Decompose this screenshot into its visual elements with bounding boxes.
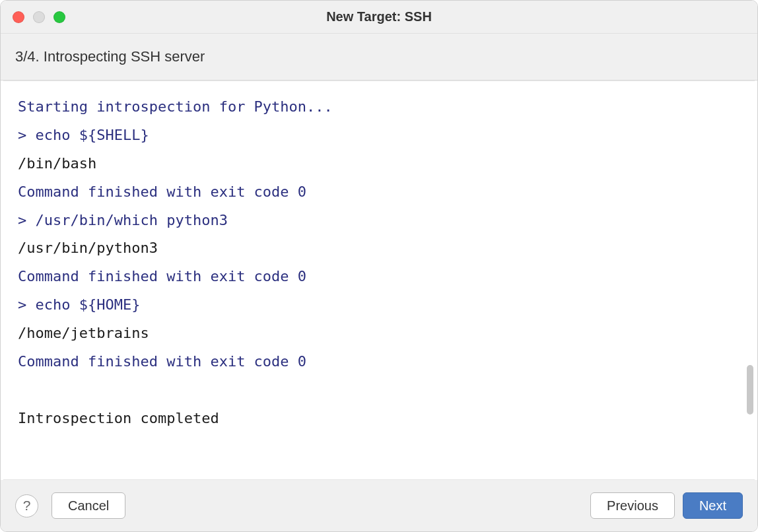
console-line: > /usr/bin/which python3 [18,207,740,235]
console-line: > echo ${HOME} [18,291,740,319]
previous-button[interactable]: Previous [590,492,675,519]
console-line: Command finished with exit code 0 [18,263,740,291]
console-line: /bin/bash [18,150,740,178]
console-line: /usr/bin/python3 [18,234,740,263]
console-line: > echo ${SHELL} [18,121,740,150]
console-line: /home/jetbrains [18,319,740,348]
step-header: 3/4. Introspecting SSH server [1,34,757,81]
console-line: Introspection completed [18,405,740,433]
dialog-window: New Target: SSH 3/4. Introspecting SSH s… [0,0,758,532]
cancel-button[interactable]: Cancel [52,492,125,519]
console-line: Starting introspection for Python... [18,93,740,121]
help-icon: ? [23,498,31,514]
close-icon[interactable] [13,11,24,23]
scrollbar-thumb[interactable] [747,365,753,415]
console-output[interactable]: Starting introspection for Python...> ec… [3,81,755,480]
console-line: Command finished with exit code 0 [18,178,740,207]
maximize-icon[interactable] [53,11,65,23]
minimize-icon [33,11,45,23]
next-button[interactable]: Next [683,492,743,519]
next-button-label: Next [699,498,726,514]
previous-button-label: Previous [607,498,658,514]
step-label: 3/4. Introspecting SSH server [15,48,743,65]
console-line [18,376,740,405]
help-button[interactable]: ? [15,494,38,517]
console-line: Command finished with exit code 0 [18,348,740,376]
window-title: New Target: SSH [326,9,432,24]
cancel-button-label: Cancel [68,498,109,514]
traffic-lights [1,11,65,23]
dialog-footer: ? Cancel Previous Next [1,480,757,531]
titlebar: New Target: SSH [1,1,757,34]
